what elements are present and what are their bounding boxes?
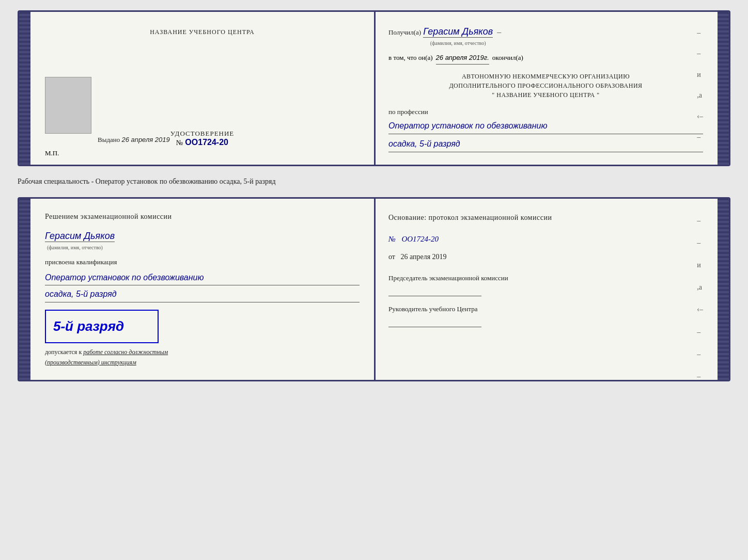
allowed-prefix: допускается к <box>45 348 82 356</box>
date-label: в том, что он(а) <box>388 53 433 63</box>
cert-number: № OO1724-20 <box>170 138 235 147</box>
decision-title: Решением экзаменационной комиссии <box>45 211 360 222</box>
chairman-signature-line <box>388 287 481 296</box>
spine-right-2 <box>718 199 729 380</box>
cert-number-prefix: № <box>176 139 183 147</box>
photo-placeholder <box>45 77 91 134</box>
side-dashes-card1: – – и ,а ‹– – <box>697 27 703 143</box>
cert2-right-panel: Основание: протокол экзаменационной коми… <box>374 199 718 380</box>
certificate-card-1: НАЗВАНИЕ УЧЕБНОГО ЦЕНТРА УДОСТОВЕРЕНИЕ №… <box>18 10 730 166</box>
org-line1: АВТОНОМНУЮ НЕКОММЕРЧЕСКУЮ ОРГАНИЗАЦИЮ <box>388 72 703 81</box>
protocol-date: от 26 апреля 2019 <box>388 250 703 263</box>
org-name-label: НАЗВАНИЕ УЧЕБНОГО ЦЕНТРА <box>150 28 255 36</box>
person-name-block: Герасим Дьяков (фамилия, имя, отчество) <box>45 229 360 252</box>
assigned-value: Оператор установок по обезвоживанию <box>45 271 360 286</box>
spine-left <box>19 12 30 165</box>
director-label: Руководитель учебного Центра <box>388 305 703 314</box>
chairman-label: Председатель экзаменационной комиссии <box>388 274 703 283</box>
rank-text: 5-й разряд <box>53 316 150 338</box>
cert-number-value: OO1724-20 <box>185 138 228 147</box>
basis-title: Основание: протокол экзаменационной коми… <box>388 211 703 224</box>
cert2-left-panel: Решением экзаменационной комиссии Гераси… <box>30 199 374 380</box>
cert-number-block: УДОСТОВЕРЕНИЕ № OO1724-20 <box>170 130 235 147</box>
date-ended: окончил(а) <box>492 53 523 63</box>
date-prefix: от <box>388 253 395 261</box>
issued-label: Выдано <box>98 136 120 143</box>
issued-line: Выдано 26 апреля 2019 <box>98 136 170 144</box>
dash-decoration: – <box>495 25 501 39</box>
qualification-value: осадка, 5-й разряд <box>388 137 703 152</box>
protocol-number-value: OO1724-20 <box>401 235 439 243</box>
protocol-number: № OO1724-20 <box>388 232 703 246</box>
assigned-label: присвоена квалификация <box>45 257 360 268</box>
recipient-sub: (фамилия, имя, отчество) <box>423 39 493 47</box>
cert1-left-panel: НАЗВАНИЕ УЧЕБНОГО ЦЕНТРА УДОСТОВЕРЕНИЕ №… <box>30 12 374 165</box>
profession-value: Оператор установок по обезвоживанию <box>388 119 703 134</box>
rank-box: 5-й разряд <box>45 310 159 344</box>
certificate-card-2: Решением экзаменационной комиссии Гераси… <box>18 197 730 381</box>
date-line: в том, что он(а) 26 апреля 2019г. окончи… <box>388 53 703 65</box>
cert1-right-panel: Получил(а) Герасим Дьяков (фамилия, имя,… <box>374 12 718 165</box>
protocol-prefix: № <box>388 235 396 243</box>
org-block: АВТОНОМНУЮ НЕКОММЕРЧЕСКУЮ ОРГАНИЗАЦИЮ ДО… <box>388 72 703 100</box>
org-line3: " НАЗВАНИЕ УЧЕБНОГО ЦЕНТРА " <box>388 90 703 100</box>
page-wrapper: НАЗВАНИЕ УЧЕБНОГО ЦЕНТРА УДОСТОВЕРЕНИЕ №… <box>18 10 730 381</box>
allowed-text2: (производственным) инструкциям <box>45 359 136 366</box>
allowed-underline: работе согласно должностным <box>83 348 168 356</box>
recipient-line: Получил(а) Герасим Дьяков (фамилия, имя,… <box>388 24 703 47</box>
side-dashes-card2: – – и ,а ‹– – – – <box>697 214 703 381</box>
recipient-label: Получил(а) <box>388 27 421 38</box>
recipient-name: Герасим Дьяков <box>423 26 493 38</box>
director-signature-line <box>388 318 481 327</box>
spine-right <box>718 12 729 165</box>
spine-left-2 <box>19 199 30 380</box>
specialty-text: Рабочая специальность - Оператор установ… <box>18 174 730 189</box>
org-line2: ДОПОЛНИТЕЛЬНОГО ПРОФЕССИОНАЛЬНОГО ОБРАЗО… <box>388 81 703 90</box>
issued-date: 26 апреля 2019 <box>122 136 170 143</box>
person-sub: (фамилия, имя, отчество) <box>45 244 360 252</box>
cert-title: УДОСТОВЕРЕНИЕ <box>170 130 235 138</box>
date-value: 26 апреля 2019г. <box>436 53 489 65</box>
assigned-value2: осадка, 5-й разряд <box>45 287 360 302</box>
profession-label: по профессии <box>388 107 703 118</box>
person-name: Герасим Дьяков <box>45 231 115 242</box>
mp-label: М.П. <box>45 149 59 157</box>
allowed-text: допускается к работе согласно должностны… <box>45 347 360 367</box>
protocol-date-value: 26 апреля 2019 <box>400 253 446 261</box>
